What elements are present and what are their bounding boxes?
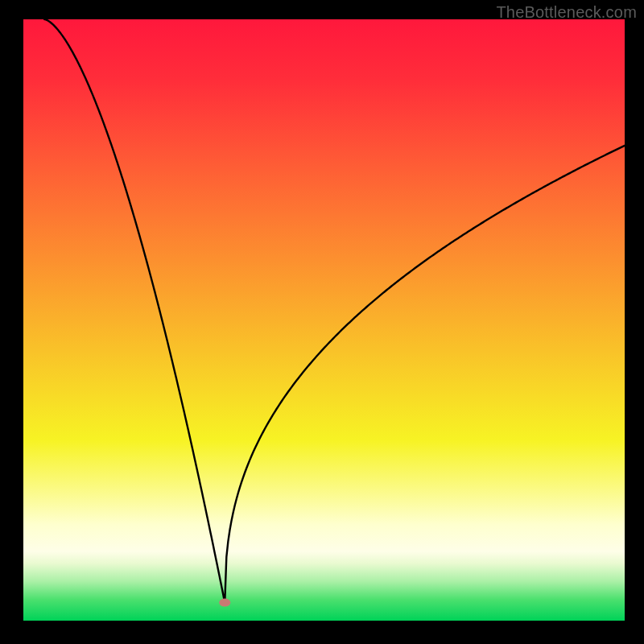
- bottleneck-plot: [23, 19, 625, 621]
- chart-frame: TheBottleneck.com: [0, 0, 644, 644]
- plot-background: [23, 19, 625, 621]
- optimum-marker: [219, 599, 230, 607]
- watermark-text: TheBottleneck.com: [496, 3, 637, 22]
